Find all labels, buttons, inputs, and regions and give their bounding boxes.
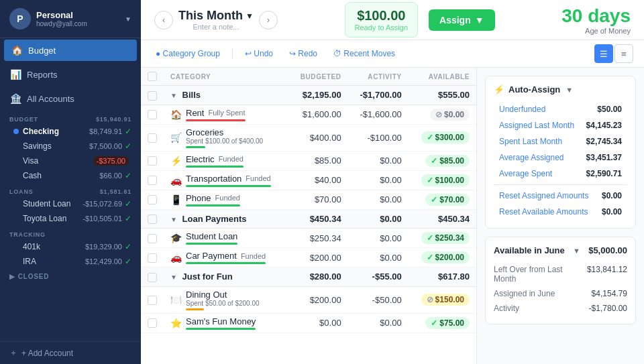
row-available[interactable]: ✓ $250.34 [409, 229, 476, 248]
available-badge: ✓ $200.00 [421, 251, 470, 263]
sidebar-account-toyota-loan[interactable]: Toyota Loan -$10,505.01 ✓ [0, 211, 141, 226]
row-available[interactable]: ⊘ $150.00 [409, 286, 476, 313]
sidebar-item-reports[interactable]: 📊 Reports [0, 62, 141, 86]
row-checkbox[interactable] [141, 190, 164, 209]
sidebar-account-cash[interactable]: Cash $66.00 ✓ [0, 168, 141, 183]
check-icon: ✓ [125, 199, 131, 208]
month-title[interactable]: This Month ▼ [178, 9, 254, 23]
group-budgeted: $450.34 [288, 209, 348, 229]
chevron-down-icon[interactable]: ▼ [566, 86, 573, 94]
sidebar-header[interactable]: P Personal howdy@yall.com ▼ [0, 0, 141, 38]
panel-row-value: $2,745.34 [586, 137, 622, 146]
group-toggle-icon[interactable]: ▼ [170, 274, 177, 281]
row-budgeted[interactable]: $1,600.00 [288, 105, 348, 124]
sidebar-item-all-accounts[interactable]: 🏦 All Accounts [0, 86, 141, 111]
panel-row-value: $0.00 [602, 191, 622, 200]
panel-row[interactable]: Average Assigned $3,451.37 [494, 149, 627, 166]
list-view-button[interactable]: ≡ [614, 44, 633, 63]
closed-section[interactable]: ▶ CLOSED [0, 269, 141, 284]
toolbar: ● Category Group ↩ Undo ↪ Redo ⏱ Recent … [141, 40, 644, 68]
row-activity: -$1,600.00 [348, 105, 409, 124]
group-toggle-icon[interactable]: ▼ [170, 92, 177, 99]
row-checkbox[interactable] [141, 124, 164, 151]
group-checkbox[interactable] [141, 209, 164, 229]
row-checkbox[interactable] [141, 151, 164, 170]
add-account-button[interactable]: ＋ + Add Account [0, 341, 141, 364]
row-available[interactable]: ✓ $100.00 [409, 170, 476, 190]
row-available[interactable]: ✓ $200.00 [409, 248, 476, 267]
panel-row[interactable]: Average Spent $2,590.71 [494, 166, 627, 182]
undo-button[interactable]: ↩ Undo [241, 47, 277, 60]
panel-info-row: Assigned in June $4,154.79 [494, 286, 627, 301]
loans-section-label[interactable]: LOANS $1,581.61 [0, 183, 141, 196]
right-panel: ⚡ Auto-Assign ▼ Underfunded $50.00 Assig… [476, 68, 644, 364]
month-note[interactable]: Enter a note... [178, 23, 254, 31]
panel-row[interactable]: Reset Available Amounts $0.00 [494, 204, 627, 220]
row-activity: $0.00 [348, 151, 409, 170]
panel-row[interactable]: Assigned Last Month $4,145.23 [494, 117, 627, 133]
row-checkbox[interactable] [141, 105, 164, 124]
table-row[interactable]: 🎓 Student Loan $250.34 $0.00 ✓ $250.34 [141, 229, 476, 248]
prev-month-button[interactable]: ‹ [154, 11, 173, 29]
next-month-button[interactable]: › [259, 11, 278, 29]
row-available[interactable]: ✓ $85.00 [409, 151, 476, 170]
row-budgeted[interactable]: $70.00 [288, 190, 348, 209]
table-row[interactable]: 📱 Phone Funded $70.00 $0.00 ✓ $70.00 [141, 190, 476, 209]
select-all-checkbox[interactable] [148, 72, 157, 81]
group-checkbox[interactable] [141, 86, 164, 105]
chevron-down-icon[interactable]: ▼ [573, 247, 580, 255]
row-budgeted[interactable]: $400.00 [288, 124, 348, 151]
table-row[interactable]: 🚗 Transportation Funded $40.00 $0.00 ✓ $… [141, 170, 476, 190]
tracking-section-label[interactable]: TRACKING [0, 226, 141, 239]
sidebar-account-ira[interactable]: IRA $12,429.00 ✓ [0, 254, 141, 269]
table-row[interactable]: ⚡ Electric Funded $85.00 $0.00 ✓ $85.00 [141, 151, 476, 170]
sidebar-account-savings[interactable]: Savings $7,500.00 ✓ [0, 139, 141, 154]
table-row[interactable]: 🏠 Rent Fully Spent $1,600.00 -$1,600.00 … [141, 105, 476, 124]
row-available[interactable]: ✓ $300.00 [409, 124, 476, 151]
table-row[interactable]: 🍽️ Dining Out Spent $50.00 of $200.00 $2… [141, 286, 476, 313]
sidebar-account-401k[interactable]: 401k $19,329.00 ✓ [0, 239, 141, 254]
account-name: Visa [23, 156, 93, 166]
row-budgeted[interactable]: $0.00 [288, 313, 348, 332]
sidebar-account-checking[interactable]: Checking $8,749.91 ✓ [0, 124, 141, 139]
row-available[interactable]: ⊘ $0.00 [409, 105, 476, 124]
table-group-row[interactable]: ▼ Bills $2,195.00 -$1,700.00 $555.00 [141, 86, 476, 105]
table-group-row[interactable]: ▼ Just for Fun $280.00 -$55.00 $617.80 [141, 267, 476, 287]
available-badge: ⊘ $150.00 [421, 294, 470, 306]
group-checkbox[interactable] [141, 267, 164, 287]
sidebar-account-student-loan[interactable]: Student Loan -$15,072.69 ✓ [0, 196, 141, 211]
row-checkbox[interactable] [141, 248, 164, 267]
assign-button[interactable]: Assign ▼ [429, 9, 495, 31]
row-budgeted[interactable]: $200.00 [288, 286, 348, 313]
group-toggle-icon[interactable]: ▼ [170, 216, 177, 223]
row-budgeted[interactable]: $250.34 [288, 229, 348, 248]
row-checkbox[interactable] [141, 286, 164, 313]
table-row[interactable]: ⭐ Sam's Fun Money $0.00 $0.00 ✓ $75.00 [141, 313, 476, 332]
row-budgeted[interactable]: $85.00 [288, 151, 348, 170]
budget-section-label[interactable]: BUDGET $15,940.91 [0, 111, 141, 124]
row-budgeted[interactable]: $200.00 [288, 248, 348, 267]
grid-view-button[interactable]: ☰ [594, 44, 613, 63]
table-row[interactable]: 🛒 Groceries Spent $100.00 of $400.00 $40… [141, 124, 476, 151]
panel-row[interactable]: Spent Last Month $2,745.34 [494, 133, 627, 149]
row-available[interactable]: ✓ $70.00 [409, 190, 476, 209]
panel-row[interactable]: Underfunded $50.00 [494, 101, 627, 117]
panel-row[interactable]: Reset Assigned Amounts $0.00 [494, 188, 627, 204]
recent-moves-button[interactable]: ⏱ Recent Moves [329, 47, 399, 60]
redo-button[interactable]: ↪ Redo [285, 47, 321, 60]
table-group-row[interactable]: ▼ Loan Payments $450.34 $0.00 $450.34 [141, 209, 476, 229]
table-row[interactable]: 🚗 Car Payment Funded $200.00 $0.00 ✓ $20… [141, 248, 476, 267]
row-checkbox[interactable] [141, 170, 164, 190]
category-name: Transportation [186, 174, 241, 184]
check-icon: ✓ [427, 253, 433, 262]
category-group-button[interactable]: ● Category Group [152, 47, 224, 60]
row-checkbox[interactable] [141, 313, 164, 332]
sidebar-item-budget[interactable]: 🏠 Budget [4, 40, 137, 61]
sidebar-account-visa[interactable]: Visa -$375.00 [0, 154, 141, 168]
panel-row-label: Spent Last Month [499, 137, 562, 146]
row-budgeted[interactable]: $40.00 [288, 170, 348, 190]
row-checkbox[interactable] [141, 229, 164, 248]
account-name: 401k [23, 242, 85, 251]
category-icon: 🚗 [170, 175, 182, 186]
row-available[interactable]: ✓ $75.00 [409, 313, 476, 332]
